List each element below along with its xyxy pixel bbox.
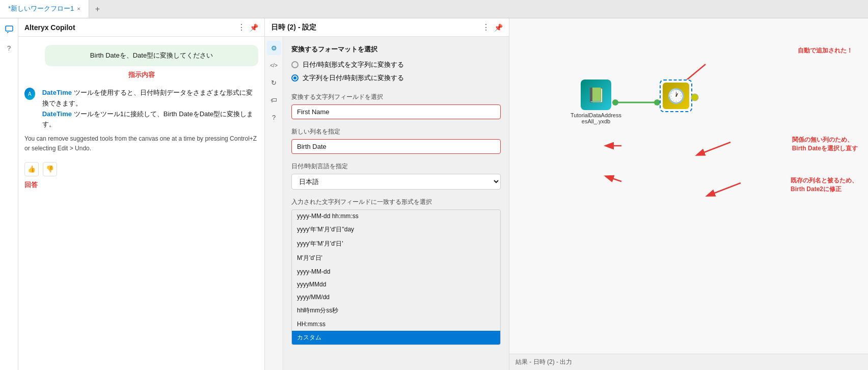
new-col-input[interactable]	[291, 139, 501, 154]
radio-option1[interactable]: 日付/時刻形式を文字列に変換する	[291, 60, 501, 69]
svg-point-8	[691, 94, 698, 101]
help-nav-icon[interactable]: ?	[2, 41, 16, 55]
settings-body: ⚙ </> ↻ 🏷 ? 変換するフォーマットを選択 日付/時刻形式を文字列に変換…	[265, 37, 509, 370]
copilot-header: Alteryx Copilot ⋮ 📌	[18, 18, 264, 37]
help-settings-icon[interactable]: ?	[267, 110, 281, 124]
format-item-8[interactable]: HH:mm:ss	[292, 318, 500, 331]
bot-avatar: A	[24, 88, 35, 100]
datetime-lang-select[interactable]: 日本語	[291, 174, 501, 190]
workflow-node2[interactable]: 🕐	[660, 80, 692, 112]
annotation-no-relation: 関係の無い列のため、Birth Dateを選択し直す	[792, 136, 858, 153]
gear-settings-icon[interactable]: ⚙	[267, 41, 281, 55]
format-item-4[interactable]: yyyy-MM-dd	[292, 266, 500, 278]
radio-label1: 日付/時刻形式を文字列に変換する	[303, 60, 404, 69]
thumbs-up-button[interactable]: 👍	[24, 162, 39, 176]
annotation-auto-added: 自動で追加された！	[798, 46, 853, 55]
format-item-7[interactable]: hh時mm分ss秒	[292, 304, 500, 318]
user-message: Birth Dateを、Date型に変換してください	[45, 45, 258, 66]
field-select-input[interactable]	[291, 104, 501, 119]
format-list-label: 入力された文字列フィールドに一致する形式を選択	[291, 198, 501, 206]
annotation-duplicate-name: 既存の列名と被るため、Birth Date2に修正	[791, 176, 858, 194]
copilot-title: Alteryx Copilot	[24, 23, 75, 32]
bottom-status-text: 結果 - 日時 (2) - 出力	[516, 358, 572, 366]
radio-group: 日付/時刻形式を文字列に変換する 文字列を日付/時刻形式に変換する	[291, 60, 501, 83]
workflow-tab-label: *新しいワークフロー1	[8, 4, 74, 13]
chat-nav-icon[interactable]	[2, 22, 16, 37]
format-item-3[interactable]: M'月'd'日'	[292, 251, 500, 266]
static-text: You can remove suggested tools from the …	[24, 134, 258, 153]
format-list: yyyy-MM-dd hh:mm:ss yyyy'年'M'月'd'日''day …	[291, 209, 501, 345]
radio-circle1	[291, 61, 299, 68]
radio-option2[interactable]: 文字列を日付/時刻形式に変換する	[291, 73, 501, 83]
bottom-status-bar: 結果 - 日時 (2) - 出力	[509, 354, 868, 370]
settings-title: 日時 (2) - 設定	[271, 23, 316, 32]
instruction-label: 指示内容	[24, 70, 258, 80]
workflow-node1[interactable]: 📗 TutorialDataAddressesAll_.yxdb	[571, 80, 621, 124]
top-tab-bar: *新しいワークフロー1 × +	[0, 0, 868, 18]
close-tab-icon[interactable]: ×	[77, 6, 80, 12]
format-item-2[interactable]: yyyy'年'M'月'd'日'	[292, 237, 500, 251]
thumbs-down-button[interactable]: 👎	[43, 162, 57, 176]
svg-rect-0	[6, 26, 13, 31]
tag-settings-icon[interactable]: 🏷	[267, 93, 281, 107]
copilot-header-icons: ⋮ 📌	[237, 22, 258, 32]
add-tab-button[interactable]: +	[89, 0, 106, 18]
settings-panel-wrapper: 日時 (2) - 設定 ⋮ 📌 ⚙ </> ↻ 🏷 ? 変換するフォーマットを選…	[265, 18, 509, 370]
format-section-title: 変換するフォーマットを選択	[291, 45, 501, 54]
node1-label: TutorialDataAddressesAll_.yxdb	[571, 112, 621, 124]
svg-line-12	[708, 183, 741, 196]
datetime-lang-label: 日付/時刻言語を指定	[291, 162, 501, 171]
node2-output-dot	[691, 93, 701, 103]
node1-icon: 📗	[581, 80, 611, 110]
more-settings-icon[interactable]: ⋮	[482, 22, 490, 32]
settings-header: 日時 (2) - 設定 ⋮ 📌	[265, 18, 509, 37]
canvas-panel: 📗 TutorialDataAddressesAll_.yxdb 🕐 自動で追加…	[509, 18, 868, 370]
more-icon[interactable]: ⋮	[237, 22, 246, 32]
field-select-label: 変換する文字列フィールドを選択	[291, 93, 501, 101]
bot-message: A DateTime ツールを使用すると、日付時刻データをさまざまな形式に変換で…	[24, 88, 258, 190]
main-content: ? Alteryx Copilot ⋮ 📌 Birth Dateを、Date型に…	[0, 18, 868, 370]
settings-header-icons: ⋮ 📌	[482, 22, 503, 32]
node2-dashed-border: 🕐	[660, 80, 692, 112]
bot-highlight1: DateTime	[42, 89, 72, 96]
settings-content: 変換するフォーマットを選択 日付/時刻形式を文字列に変換する 文字列を日付/時刻…	[283, 37, 509, 370]
format-item-9[interactable]: カスタム	[292, 331, 500, 345]
new-col-label: 新しい列名を指定	[291, 127, 501, 136]
radio-circle2	[291, 74, 299, 82]
settings-sidebar: ⚙ </> ↻ 🏷 ?	[265, 37, 283, 370]
code-settings-icon[interactable]: </>	[267, 58, 281, 72]
radio-label2: 文字列を日付/時刻形式に変換する	[303, 73, 404, 83]
svg-line-7	[606, 176, 621, 181]
format-item-0[interactable]: yyyy-MM-dd hh:mm:ss	[292, 210, 500, 223]
format-item-5[interactable]: yyyyMMdd	[292, 278, 500, 291]
pin-icon[interactable]: 📌	[250, 23, 258, 32]
bot-text: DateTime ツールを使用すると、日付時刻データをさまざまな形式に変換できま…	[42, 88, 258, 130]
workflow-tab[interactable]: *新しいワークフロー1 ×	[0, 0, 89, 18]
node2-icon: 🕐	[663, 83, 689, 109]
pin-settings-icon[interactable]: 📌	[494, 23, 503, 32]
arrow-no-relation	[695, 140, 736, 160]
question-icon: ?	[7, 44, 11, 52]
arrow-duplicate	[705, 180, 746, 201]
feedback-row: 👍 👎	[24, 162, 258, 176]
format-item-6[interactable]: yyyy/MM/dd	[292, 291, 500, 304]
canvas-area: 📗 TutorialDataAddressesAll_.yxdb 🕐 自動で追加…	[509, 18, 868, 354]
left-nav: ?	[0, 18, 18, 370]
refresh-settings-icon[interactable]: ↻	[267, 75, 281, 90]
svg-line-10	[697, 142, 730, 155]
answer-label: 回答	[24, 180, 258, 190]
bot-highlight2: DateTime	[42, 110, 72, 118]
format-item-1[interactable]: yyyy'年'M'月'd'日''day	[292, 223, 500, 237]
copilot-body: Birth Dateを、Date型に変換してください 指示内容 A DateTi…	[18, 37, 264, 370]
